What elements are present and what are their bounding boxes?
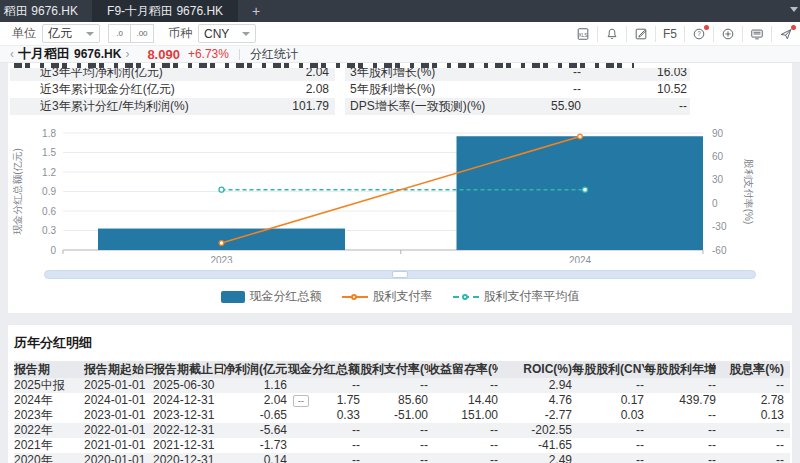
cell: -- [644, 408, 716, 423]
share-icon[interactable] [771, 26, 800, 42]
cell: 2024年 [14, 393, 84, 408]
unit-label: 单位 [12, 25, 36, 42]
decimal-decrease-button[interactable]: .0 [108, 24, 131, 43]
avg-point[interactable] [583, 187, 588, 192]
new-tab-button[interactable]: + [238, 0, 274, 22]
table-header-row: 报告期报告期起始日报告期截止日净利润(亿元)现金分红总额股利支付率(%)收益留存… [14, 361, 790, 378]
summary-row: 近3年累计分红/年均利润(%)101.79 [10, 98, 335, 115]
column-header: 股利支付率(%) [360, 361, 428, 378]
cell: -- [495, 68, 581, 81]
right-axis-tick: 30 [712, 174, 724, 185]
x-axis-label: 2023 [210, 255, 233, 263]
table-row[interactable]: 2021年2021-01-012021-12-31-1.73-------41.… [14, 438, 790, 453]
cell: -- [360, 423, 428, 438]
help-icon[interactable]: ? [684, 26, 713, 42]
left-axis-tick: 0 [50, 245, 56, 256]
currency-select[interactable]: CNY [198, 24, 256, 43]
next-stock-button[interactable]: › [121, 47, 133, 61]
history-table: 报告期报告期起始日报告期截止日净利润(亿元)现金分红总额股利支付率(%)收益留存… [14, 361, 792, 463]
cell: -- [287, 423, 360, 438]
legend-item-cash-dividend[interactable]: 现金分红总额 [221, 288, 322, 305]
column-header: 收益留存率(%) [428, 361, 498, 378]
cell: -5.64 [223, 423, 287, 438]
edit-note-icon[interactable] [626, 26, 655, 42]
decimal-increase-button[interactable]: .00 [131, 24, 154, 43]
tab-bar: 稻田 9676.HK F9-十月稻田 9676.HK + [0, 0, 800, 22]
cell: 2.78 [716, 393, 784, 408]
cell: 14.40 [428, 393, 498, 408]
cell: 2.08 [220, 81, 335, 98]
cell: -202.55 [498, 423, 572, 438]
payout-point[interactable] [219, 241, 224, 246]
add-circle-icon[interactable] [713, 26, 742, 42]
table-row[interactable]: 2023年2023-01-012023-12-31-0.650.33-51.00… [14, 408, 790, 423]
history-section-title: 历年分红明细 [14, 325, 792, 352]
chart-canvas[interactable]: 00.30.60.91.21.51.89060300-30-6020232024… [8, 121, 792, 263]
summary-row: DPS增长率(一致预测)(%)55.90-- [345, 98, 690, 115]
column-header: 现金分红总额 [287, 361, 360, 378]
legend-line-swatch [453, 296, 479, 298]
cell: 0.03 [572, 408, 644, 423]
bar-2024[interactable] [457, 136, 704, 250]
cell: 0.17 [572, 393, 644, 408]
summary-row: 近3年平均净利润(亿元)2.04 [10, 68, 335, 81]
news-monitor-icon[interactable] [742, 26, 771, 42]
right-axis-tick: 60 [712, 151, 724, 162]
cell: 0.13 [716, 408, 784, 423]
chevron-down-icon[interactable] [790, 7, 798, 12]
legend-item-payout-ratio[interactable]: 股利支付率 [342, 288, 433, 305]
cell: 2023-12-31 [153, 408, 223, 423]
stock-name: 十月稻田 [18, 45, 70, 63]
tab-stock[interactable]: 稻田 9676.HK [0, 0, 93, 22]
left-axis-tick: 1.5 [42, 147, 56, 158]
cell: -- [644, 423, 716, 438]
legend-label: 现金分红总额 [250, 288, 322, 305]
cell: 2023-01-01 [84, 408, 153, 423]
datazoom-slider[interactable] [44, 270, 756, 279]
legend-item-payout-avg[interactable]: 股利支付率平均值 [453, 288, 580, 305]
cell: 2022-01-01 [84, 423, 153, 438]
notification-bell-icon[interactable] [597, 26, 626, 42]
cell: DPS增长率(一致预测)(%) [345, 98, 495, 115]
summary-row: 5年股利增长(%)--10.52 [345, 81, 690, 98]
cell: 近3年累计现金分红(亿元) [10, 81, 220, 98]
bar-2023[interactable] [98, 229, 345, 250]
cell: 2020年 [14, 453, 84, 463]
cell: -- [572, 438, 644, 453]
cell: 近3年平均净利润(亿元) [10, 68, 220, 81]
cell: 2021-12-31 [153, 438, 223, 453]
table-row[interactable]: 2024年2024-01-012024-12-312.04--1.7585.60… [14, 393, 790, 408]
right-axis-tick: -60 [712, 245, 727, 256]
summary-row: 3年股利增长(%)--16.03 [345, 68, 690, 81]
section-nav-dividend-stats[interactable]: 分红统计 [250, 46, 298, 63]
xls-export-icon[interactable]: XLS [568, 26, 597, 42]
unit-select[interactable]: 亿元 [42, 24, 100, 43]
left-axis-title: 现金分红总额(亿元) [12, 148, 23, 235]
column-header: 每股股利(CNY) [572, 361, 644, 378]
chevron-down-icon [242, 32, 250, 36]
table-row[interactable]: 2020年2020-01-012020-12-310.14------2.49-… [14, 453, 790, 463]
prev-stock-button[interactable]: ‹ [6, 47, 18, 61]
cell: -- [716, 423, 784, 438]
column-header: 报告期起始日 [84, 361, 153, 378]
cell: -- [495, 81, 581, 98]
tab-f9-active[interactable]: F9-十月稻田 9676.HK [93, 0, 238, 22]
cell: -- [644, 438, 716, 453]
note-indicator[interactable]: -- [293, 395, 309, 407]
payout-point[interactable] [578, 134, 583, 139]
cell: 3年股利增长(%) [345, 68, 495, 81]
toolbar: 单位 亿元 .0 .00 币种 CNY XLS F5 ? [0, 22, 800, 46]
chart-legend: 现金分红总额 股利支付率 股利支付率平均值 [8, 288, 792, 305]
cell: -1.73 [223, 438, 287, 453]
summary-table-right: 3年股利增长(%)--16.035年股利增长(%)--10.52DPS增长率(一… [345, 68, 690, 115]
right-axis-tick: 90 [712, 128, 724, 139]
refresh-f5-button[interactable]: F5 [655, 26, 684, 42]
avg-point[interactable] [219, 187, 224, 192]
cell: 2025中报 [14, 378, 84, 393]
table-row[interactable]: 2025中报2025-01-012025-06-301.16------2.94… [14, 378, 790, 393]
table-row[interactable]: 2022年2022-01-012022-12-31-5.64-------202… [14, 423, 790, 438]
slider-handle[interactable] [392, 271, 408, 278]
cell: 1.16 [223, 378, 287, 393]
currency-label: 币种 [168, 25, 192, 42]
cell: 2.04 [223, 393, 287, 408]
